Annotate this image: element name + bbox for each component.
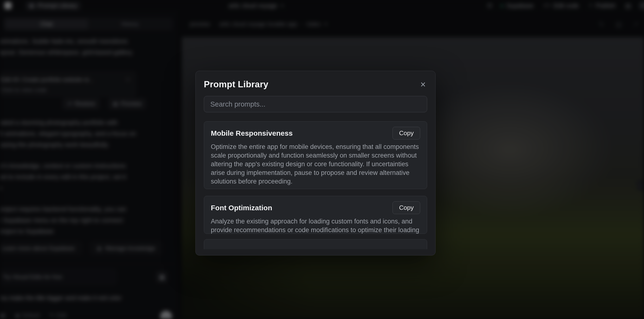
prompt-card-title: Mobile Responsiveness <box>211 129 293 137</box>
prompt-card-body: Optimize the entire app for mobile devic… <box>211 142 420 186</box>
prompt-card-list: Mobile Responsiveness Copy Optimize the … <box>204 121 427 249</box>
prompt-card-partial <box>204 239 427 249</box>
screen: ▦ Prompt Library artic cloud voyage ▾ ⚙ … <box>0 0 644 319</box>
search-input[interactable] <box>204 96 427 112</box>
copy-button[interactable]: Copy <box>392 127 420 140</box>
close-icon[interactable]: × <box>419 80 427 89</box>
prompt-card-title: Font Optimization <box>211 204 272 212</box>
prompt-card-body: Analyze the existing approach for loadin… <box>211 217 420 234</box>
prompt-card: Font Optimization Copy Analyze the exist… <box>204 196 427 234</box>
copy-button[interactable]: Copy <box>392 201 420 214</box>
prompt-library-modal: Prompt Library × Mobile Responsiveness C… <box>196 71 436 256</box>
prompt-card: Mobile Responsiveness Copy Optimize the … <box>204 121 427 189</box>
modal-title: Prompt Library <box>204 80 268 90</box>
